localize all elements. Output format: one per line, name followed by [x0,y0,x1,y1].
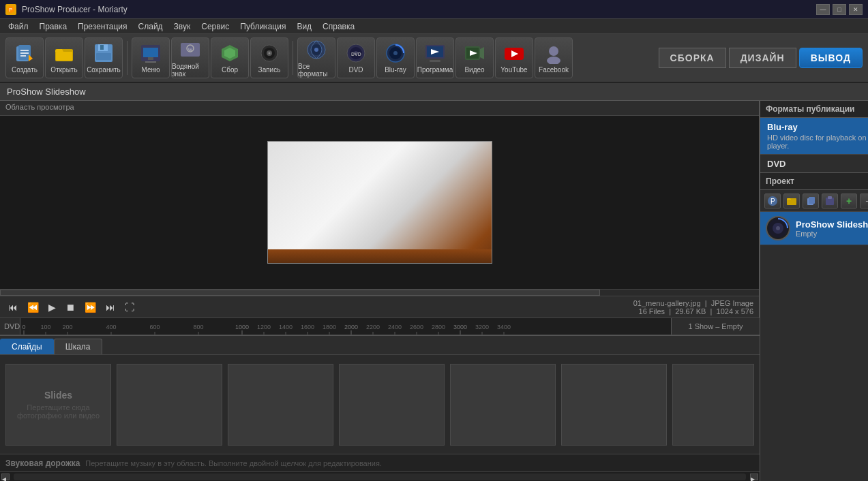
collect-button[interactable]: Сбор [211,37,249,78]
bottom-scroll-track[interactable] [14,474,746,480]
video-icon [464,42,485,64]
skip-back-button[interactable]: ⏮ [5,300,20,314]
watermark-label: Водяной знак [172,63,209,78]
rewind-button[interactable]: ⏪ [25,300,42,314]
bottom-section: Слайды Шкала Slides Перетащите сюда фото… [0,335,760,481]
media-info: 01_menu-gallery.jpg | JPEG Image 16 File… [633,299,753,315]
menu-edit[interactable]: Правка [34,20,73,33]
svg-rect-13 [96,53,111,60]
proj-btn-new[interactable]: P [764,193,781,208]
output-mode-button[interactable]: ВЫВОД [799,48,863,68]
play-button[interactable]: ▶ [46,300,59,314]
show-info: 1 Show – Empty [671,318,760,335]
maximize-button[interactable]: □ [833,4,846,15]
close-button[interactable]: ✕ [849,4,863,15]
open-button[interactable]: Открыть [45,37,83,78]
scroll-left-btn[interactable]: ◂ [1,474,10,480]
svg-text:P: P [9,7,12,13]
dvd-button[interactable]: DVD DVD [337,37,375,78]
svg-text:0: 0 [22,324,25,330]
menu-sound[interactable]: Звук [168,20,196,33]
proj-btn-add[interactable]: + [841,193,857,208]
forward-button[interactable]: ⏩ [82,300,99,314]
bluray-button[interactable]: Blu-ray [376,37,415,78]
svg-text:1200: 1200 [257,324,271,330]
tab-scale[interactable]: Шкала [54,339,102,354]
save-button[interactable]: Сохранить [85,37,123,78]
timeline-label: DVD [0,318,20,335]
format-bluray[interactable]: Blu-ray HD video disc for playback on TV… [760,118,868,155]
menu-help[interactable]: Справка [317,20,360,33]
proj-btn-remove[interactable]: − [860,193,868,208]
timeline-ruler[interactable]: 0 100 200 400 600 800 1000 1200 [20,318,671,335]
stop-button[interactable]: ⏹ [63,300,78,314]
youtube-label: YouTube [500,66,527,74]
video-button[interactable]: Видео [455,37,494,78]
project-status: Empty [796,230,868,238]
youtube-button[interactable]: YouTube [495,37,533,78]
record-button[interactable]: Запись [250,37,288,78]
svg-text:1800: 1800 [323,324,336,330]
program-button[interactable]: Программа [416,37,454,78]
allformats-label: Все форматы [298,63,335,78]
design-mode-button[interactable]: ДИЗАЙН [729,48,796,68]
preview-area: Область просмотра ⏮ ⏪ ▶ ⏹ ⏩ ⏭ ⛶ 01_menu-… [0,101,760,317]
project-info: ProShow Slideshow Empty [796,219,868,238]
menu-slide[interactable]: Слайд [133,20,168,33]
main-area: Область просмотра ⏮ ⏪ ▶ ⏹ ⏩ ⏭ ⛶ 01_menu-… [0,101,868,481]
build-mode-button[interactable]: СБОРКА [659,48,726,68]
proj-btn-copy[interactable] [803,193,819,208]
skip-forward-button[interactable]: ⏭ [103,300,118,314]
menu-btn[interactable]: Меню [132,37,170,78]
menu-view[interactable]: Вид [291,20,317,33]
toolbar-export-group: Все форматы DVD DVD Blu-ray Программа Ви… [297,37,573,78]
collect-label: Сбор [222,66,238,74]
audio-track: Звуковая дорожка Перетащите музыку в эту… [0,454,760,471]
menu-btn-label: Меню [141,66,160,74]
slides-area[interactable]: Slides Перетащите сюда фотографию или ви… [0,355,760,454]
format-dvd[interactable]: DVD [760,155,868,172]
left-section: Область просмотра ⏮ ⏪ ▶ ⏹ ⏩ ⏭ ⛶ 01_menu-… [0,101,760,481]
program-icon [424,42,446,64]
watermark-button[interactable]: W Водяной знак [171,37,209,78]
save-icon [93,42,115,64]
facebook-button[interactable]: Facebook [535,37,573,78]
format-bluray-desc: HD video disc for playback on TVs with a… [767,134,868,150]
minimize-button[interactable]: — [816,4,830,15]
preview-canvas [0,116,759,289]
fullscreen-button[interactable]: ⛶ [122,300,137,314]
svg-rect-17 [145,61,156,63]
svg-point-45 [549,46,558,56]
svg-text:800: 800 [193,324,203,330]
window-controls: — □ ✕ [816,4,863,15]
allformats-button[interactable]: Все форматы [297,37,335,78]
slide-slot-4 [450,364,556,446]
svg-point-24 [269,52,271,55]
proj-btn-paste[interactable] [822,193,838,208]
menu-service[interactable]: Сервис [196,20,235,33]
toolbar-file-group: Создать Открыть Сохранить [5,37,123,78]
project-toolbar: P + − ▲ ▼ [760,190,868,212]
title-bar: P ProShow Producer - Moriarty — □ ✕ [0,0,868,19]
format-dvd-name: DVD [767,159,868,169]
media-details: 16 Files | 29.67 KB | 1024 x 576 [639,307,753,315]
slides-subtitle: Перетащите сюда фотографию или видео [6,403,110,420]
preview-scrollbar[interactable] [0,289,759,296]
scroll-right-btn[interactable]: ▸ [750,474,758,480]
watermark-icon: W [179,39,201,61]
svg-point-46 [547,57,560,64]
menu-publish[interactable]: Публикация [235,20,291,33]
menu-bar: Файл Правка Презентация Слайд Звук Серви… [0,19,868,34]
media-filename: 01_menu-gallery.jpg | JPEG Image [633,299,753,307]
create-button[interactable]: Создать [5,37,44,78]
formats-list: Blu-ray HD video disc for playback on TV… [760,118,868,172]
slide-slot-2 [228,364,333,446]
proj-btn-open[interactable] [783,193,800,208]
svg-text:DVD: DVD [351,52,361,57]
bottom-scrollbar[interactable]: ◂ ▸ [0,471,760,481]
project-item-1[interactable]: ProShow Slideshow Empty 1 [760,212,868,245]
tab-slides[interactable]: Слайды [0,339,54,354]
menu-presentation[interactable]: Презентация [72,20,133,33]
menu-file[interactable]: Файл [3,20,34,33]
program-label: Программа [417,66,453,74]
